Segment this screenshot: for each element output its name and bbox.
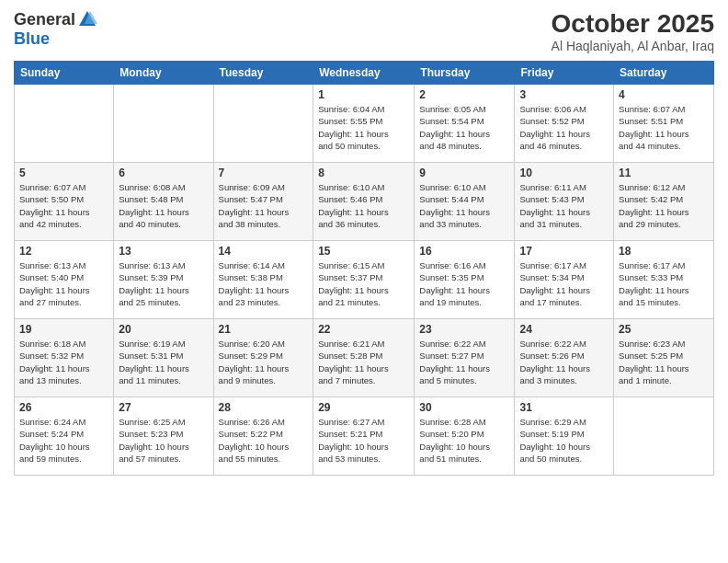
calendar-cell: 3Sunrise: 6:06 AM Sunset: 5:52 PM Daylig…	[515, 85, 614, 163]
day-info: Sunrise: 6:24 AM Sunset: 5:24 PM Dayligh…	[19, 416, 108, 465]
day-number: 12	[19, 245, 108, 258]
page: General Blue October 2025 Al Haqlaniyah,…	[0, 0, 728, 485]
weekday-header-wednesday: Wednesday	[313, 62, 415, 85]
day-info: Sunrise: 6:10 AM Sunset: 5:46 PM Dayligh…	[318, 181, 409, 230]
day-number: 16	[419, 245, 509, 258]
calendar-cell: 7Sunrise: 6:09 AM Sunset: 5:47 PM Daylig…	[213, 163, 313, 241]
day-number: 15	[318, 245, 409, 258]
calendar-cell: 21Sunrise: 6:20 AM Sunset: 5:29 PM Dayli…	[213, 319, 313, 397]
calendar-cell	[213, 85, 313, 163]
day-number: 29	[318, 401, 409, 414]
day-number: 25	[619, 323, 709, 336]
day-number: 19	[19, 323, 108, 336]
day-info: Sunrise: 6:20 AM Sunset: 5:29 PM Dayligh…	[219, 338, 309, 386]
day-info: Sunrise: 6:22 AM Sunset: 5:26 PM Dayligh…	[519, 338, 609, 386]
day-number: 17	[519, 245, 609, 258]
calendar-cell	[114, 85, 213, 163]
calendar-cell: 29Sunrise: 6:27 AM Sunset: 5:21 PM Dayli…	[313, 397, 415, 476]
day-info: Sunrise: 6:22 AM Sunset: 5:27 PM Dayligh…	[419, 338, 509, 386]
logo-general-text: General	[14, 10, 75, 29]
day-info: Sunrise: 6:28 AM Sunset: 5:20 PM Dayligh…	[419, 416, 509, 465]
calendar-cell	[15, 85, 114, 163]
calendar-cell: 25Sunrise: 6:23 AM Sunset: 5:25 PM Dayli…	[614, 319, 714, 397]
day-number: 28	[219, 401, 309, 414]
day-number: 4	[619, 88, 709, 101]
logo-icon	[77, 9, 97, 29]
week-row-5: 26Sunrise: 6:24 AM Sunset: 5:24 PM Dayli…	[15, 397, 714, 476]
logo-blue-text: Blue	[14, 29, 50, 49]
calendar-cell: 6Sunrise: 6:08 AM Sunset: 5:48 PM Daylig…	[114, 163, 213, 241]
calendar-cell: 4Sunrise: 6:07 AM Sunset: 5:51 PM Daylig…	[614, 85, 714, 163]
day-info: Sunrise: 6:10 AM Sunset: 5:44 PM Dayligh…	[419, 181, 509, 230]
day-info: Sunrise: 6:12 AM Sunset: 5:42 PM Dayligh…	[619, 181, 709, 230]
day-number: 8	[318, 167, 409, 179]
calendar-cell: 17Sunrise: 6:17 AM Sunset: 5:34 PM Dayli…	[515, 241, 614, 319]
day-number: 13	[119, 245, 208, 258]
day-info: Sunrise: 6:17 AM Sunset: 5:33 PM Dayligh…	[619, 259, 709, 308]
weekday-header-tuesday: Tuesday	[213, 62, 313, 85]
day-number: 1	[318, 88, 409, 101]
day-number: 18	[619, 245, 709, 258]
day-info: Sunrise: 6:25 AM Sunset: 5:23 PM Dayligh…	[119, 416, 208, 465]
day-info: Sunrise: 6:19 AM Sunset: 5:31 PM Dayligh…	[119, 338, 208, 386]
day-number: 27	[119, 401, 208, 414]
calendar-cell: 2Sunrise: 6:05 AM Sunset: 5:54 PM Daylig…	[415, 85, 515, 163]
day-info: Sunrise: 6:23 AM Sunset: 5:25 PM Dayligh…	[619, 338, 709, 386]
day-number: 22	[318, 323, 409, 336]
day-info: Sunrise: 6:16 AM Sunset: 5:35 PM Dayligh…	[419, 259, 509, 308]
day-number: 21	[219, 323, 309, 336]
day-number: 26	[19, 401, 108, 414]
day-info: Sunrise: 6:09 AM Sunset: 5:47 PM Dayligh…	[219, 181, 309, 230]
calendar-cell: 30Sunrise: 6:28 AM Sunset: 5:20 PM Dayli…	[415, 397, 515, 476]
day-number: 9	[419, 167, 509, 179]
day-info: Sunrise: 6:18 AM Sunset: 5:32 PM Dayligh…	[19, 338, 108, 386]
day-number: 2	[419, 88, 509, 101]
day-info: Sunrise: 6:26 AM Sunset: 5:22 PM Dayligh…	[219, 416, 309, 465]
calendar-cell: 20Sunrise: 6:19 AM Sunset: 5:31 PM Dayli…	[114, 319, 213, 397]
day-info: Sunrise: 6:14 AM Sunset: 5:38 PM Dayligh…	[219, 259, 309, 308]
day-number: 30	[419, 401, 509, 414]
week-row-2: 5Sunrise: 6:07 AM Sunset: 5:50 PM Daylig…	[15, 163, 714, 241]
weekday-header-thursday: Thursday	[415, 62, 515, 85]
day-number: 23	[419, 323, 509, 336]
header: General Blue October 2025 Al Haqlaniyah,…	[14, 9, 714, 53]
title-block: October 2025 Al Haqlaniyah, Al Anbar, Ir…	[552, 9, 714, 53]
day-info: Sunrise: 6:21 AM Sunset: 5:28 PM Dayligh…	[318, 338, 409, 386]
week-row-1: 1Sunrise: 6:04 AM Sunset: 5:55 PM Daylig…	[15, 85, 714, 163]
logo: General Blue	[14, 9, 97, 49]
calendar-cell: 19Sunrise: 6:18 AM Sunset: 5:32 PM Dayli…	[15, 319, 114, 397]
day-info: Sunrise: 6:06 AM Sunset: 5:52 PM Dayligh…	[519, 103, 609, 152]
weekday-header-monday: Monday	[114, 62, 213, 85]
calendar-cell: 10Sunrise: 6:11 AM Sunset: 5:43 PM Dayli…	[515, 163, 614, 241]
day-number: 3	[519, 88, 609, 101]
calendar-cell: 24Sunrise: 6:22 AM Sunset: 5:26 PM Dayli…	[515, 319, 614, 397]
weekday-header-row: SundayMondayTuesdayWednesdayThursdayFrid…	[15, 62, 714, 85]
day-info: Sunrise: 6:08 AM Sunset: 5:48 PM Dayligh…	[119, 181, 208, 230]
calendar-cell: 11Sunrise: 6:12 AM Sunset: 5:42 PM Dayli…	[614, 163, 714, 241]
day-info: Sunrise: 6:15 AM Sunset: 5:37 PM Dayligh…	[318, 259, 409, 308]
calendar-cell: 12Sunrise: 6:13 AM Sunset: 5:40 PM Dayli…	[15, 241, 114, 319]
calendar-cell	[614, 397, 714, 476]
calendar-cell: 5Sunrise: 6:07 AM Sunset: 5:50 PM Daylig…	[15, 163, 114, 241]
weekday-header-sunday: Sunday	[15, 62, 114, 85]
day-number: 14	[219, 245, 309, 258]
calendar-cell: 28Sunrise: 6:26 AM Sunset: 5:22 PM Dayli…	[213, 397, 313, 476]
calendar-cell: 16Sunrise: 6:16 AM Sunset: 5:35 PM Dayli…	[415, 241, 515, 319]
weekday-header-saturday: Saturday	[614, 62, 714, 85]
day-info: Sunrise: 6:17 AM Sunset: 5:34 PM Dayligh…	[519, 259, 609, 308]
day-info: Sunrise: 6:11 AM Sunset: 5:43 PM Dayligh…	[519, 181, 609, 230]
day-number: 10	[519, 167, 609, 179]
day-number: 11	[619, 167, 709, 179]
day-number: 5	[19, 167, 108, 179]
calendar-cell: 18Sunrise: 6:17 AM Sunset: 5:33 PM Dayli…	[614, 241, 714, 319]
calendar-cell: 1Sunrise: 6:04 AM Sunset: 5:55 PM Daylig…	[313, 85, 415, 163]
calendar-table: SundayMondayTuesdayWednesdayThursdayFrid…	[14, 61, 714, 476]
day-info: Sunrise: 6:13 AM Sunset: 5:40 PM Dayligh…	[19, 259, 108, 308]
day-number: 24	[519, 323, 609, 336]
calendar-cell: 23Sunrise: 6:22 AM Sunset: 5:27 PM Dayli…	[415, 319, 515, 397]
day-info: Sunrise: 6:27 AM Sunset: 5:21 PM Dayligh…	[318, 416, 409, 465]
weekday-header-friday: Friday	[515, 62, 614, 85]
day-number: 20	[119, 323, 208, 336]
location: Al Haqlaniyah, Al Anbar, Iraq	[552, 39, 714, 53]
week-row-3: 12Sunrise: 6:13 AM Sunset: 5:40 PM Dayli…	[15, 241, 714, 319]
